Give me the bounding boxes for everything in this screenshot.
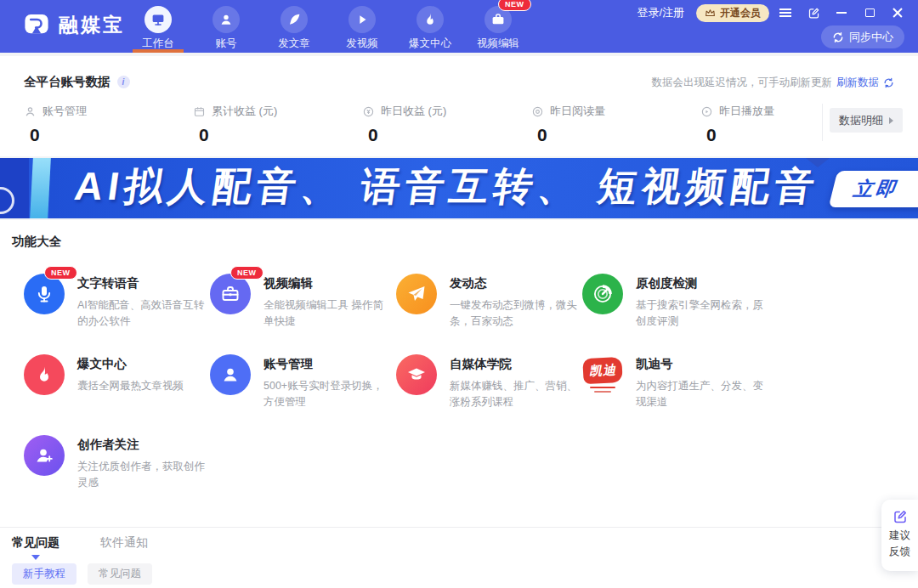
feedback-edit-button[interactable] bbox=[802, 1, 825, 25]
feedback-label: 建议反馈 bbox=[889, 528, 910, 561]
nav-item-account[interactable]: 账号 bbox=[192, 0, 260, 53]
app-logo: 融媒宝 bbox=[22, 10, 125, 39]
user-icon bbox=[24, 105, 37, 118]
stat-value: 0 bbox=[30, 125, 193, 145]
nav-item-post-article[interactable]: 发文章 bbox=[260, 0, 328, 53]
user-plus-icon bbox=[24, 435, 65, 476]
new-badge: NEW bbox=[498, 0, 531, 11]
stats-title: 全平台账号数据 bbox=[24, 74, 110, 90]
banner-headline: AI拟人配音、 语音互转、 短视频配音 bbox=[71, 161, 823, 213]
faq-pill-row: 新手教程 常见问题 bbox=[12, 563, 152, 585]
stats-delay-notice: 数据会出现延迟情况，可手动刷新更新 bbox=[652, 76, 833, 90]
features-section-title: 功能大全 bbox=[12, 234, 61, 250]
account-stats-panel: 全平台账号数据 i 数据会出现延迟情况，可手动刷新更新 刷新数据 账号管理 0 bbox=[0, 56, 918, 156]
nav-item-workbench[interactable]: 工作台 bbox=[124, 0, 192, 53]
nav-item-hot-center[interactable]: 爆文中心 bbox=[396, 0, 464, 53]
logo-icon bbox=[22, 10, 51, 39]
paper-plane-icon bbox=[396, 274, 437, 314]
feature-originality-check[interactable]: 原创度检测 基于搜索引擎全网检索，原创度评测 bbox=[582, 265, 768, 346]
faq-button[interactable]: 常见问题 bbox=[88, 563, 152, 585]
feature-account-manage[interactable]: 账号管理 500+账号实时登录切换，方便管理 bbox=[210, 346, 396, 427]
user-icon bbox=[210, 354, 251, 395]
stat-total-income: 累计收益 (元) 0 bbox=[193, 104, 362, 145]
divider bbox=[0, 527, 918, 528]
stat-yesterday-income: 昨日收益 (元) 0 bbox=[362, 104, 531, 145]
banner-prev-slide-edge bbox=[0, 158, 29, 218]
flame-icon bbox=[416, 6, 444, 33]
feature-kaidi[interactable]: 凯迪 凯迪号 为内容打通生产、分发、变现渠道 bbox=[582, 346, 768, 427]
stat-value: 0 bbox=[537, 125, 700, 145]
tab-faq[interactable]: 常见问题 bbox=[12, 535, 60, 551]
user-icon bbox=[212, 6, 240, 33]
play-icon bbox=[348, 6, 376, 33]
toolbox-icon: NEW bbox=[210, 274, 251, 314]
feature-hot-center[interactable]: 爆文中心 囊括全网最热文章视频 bbox=[24, 346, 210, 427]
vip-button[interactable]: 开通会员 bbox=[696, 4, 769, 22]
refresh-data-link[interactable]: 刷新数据 bbox=[836, 76, 879, 90]
gauge-icon bbox=[582, 274, 623, 314]
reads-icon bbox=[531, 105, 544, 118]
app-window: 融媒宝 工作台 账号 发文章 bbox=[0, 0, 918, 588]
app-title: 融媒宝 bbox=[59, 12, 125, 38]
close-button[interactable] bbox=[886, 1, 910, 25]
stats-row: 账号管理 0 累计收益 (元) 0 昨日收益 (元) 0 bbox=[24, 104, 870, 145]
minimize-icon bbox=[836, 12, 847, 14]
feature-grid: NEW 文字转语音 AI智能配音、高效语音互转的办公软件 NEW 视频编辑 全能… bbox=[24, 265, 768, 507]
feature-tts[interactable]: NEW 文字转语音 AI智能配音、高效语音互转的办公软件 bbox=[24, 265, 210, 346]
window-controls: 登录/注册 开通会员 bbox=[637, 0, 910, 25]
kaidi-logo: 凯迪 bbox=[582, 354, 623, 395]
sync-icon bbox=[832, 31, 844, 43]
crown-icon bbox=[705, 8, 716, 18]
stat-value: 0 bbox=[199, 125, 362, 145]
feature-post-moments[interactable]: 发动态 一键发布动态到微博，微头条，百家动态 bbox=[396, 265, 582, 346]
main-content: 功能大全 NEW 文字转语音 AI智能配音、高效语音互转的办公软件 NEW bbox=[0, 220, 918, 588]
data-detail-button[interactable]: 数据明细 bbox=[830, 108, 903, 133]
feedback-float-button[interactable]: 建议反馈 bbox=[881, 500, 918, 571]
flame-icon bbox=[24, 354, 65, 395]
maximize-icon bbox=[865, 8, 875, 17]
divider bbox=[822, 104, 823, 141]
nav-item-video-edit[interactable]: NEW 视频编辑 bbox=[464, 0, 532, 53]
stat-value: 0 bbox=[368, 125, 531, 145]
maximize-button[interactable] bbox=[858, 1, 881, 25]
main-nav: 工作台 账号 发文章 发视频 bbox=[124, 0, 532, 53]
feature-media-academy[interactable]: 自媒体学院 新媒体赚钱、推广、营销、涨粉系列课程 bbox=[396, 346, 582, 427]
minimize-button[interactable] bbox=[830, 1, 853, 25]
tab-software-notice[interactable]: 软件通知 bbox=[100, 535, 148, 551]
faq-tabs: 常见问题 软件通知 bbox=[12, 535, 148, 551]
edit-icon bbox=[892, 509, 908, 524]
beginner-tutorial-button[interactable]: 新手教程 bbox=[12, 563, 76, 585]
nav-item-post-video[interactable]: 发视频 bbox=[328, 0, 396, 53]
promo-banner[interactable]: AI拟人配音、 语音互转、 短视频配音 立即 bbox=[0, 158, 918, 218]
feature-creator-follow[interactable]: 创作者关注 关注优质创作者，获取创作灵感 bbox=[24, 427, 210, 507]
stat-account-manage: 账号管理 0 bbox=[24, 104, 193, 145]
login-register-link[interactable]: 登录/注册 bbox=[637, 5, 684, 20]
feather-icon bbox=[280, 6, 308, 33]
new-badge: NEW bbox=[44, 266, 77, 280]
monitor-icon bbox=[144, 6, 172, 33]
edit-icon bbox=[808, 7, 820, 20]
refresh-icon[interactable] bbox=[883, 77, 894, 88]
calendar-icon bbox=[193, 105, 206, 118]
banner-cta-button[interactable]: 立即 bbox=[829, 171, 918, 207]
menu-button[interactable] bbox=[774, 1, 797, 25]
coin-icon bbox=[362, 105, 375, 118]
sync-center-button[interactable]: 同步中心 bbox=[821, 25, 904, 48]
title-bar: 融媒宝 工作台 账号 发文章 bbox=[0, 0, 918, 53]
info-icon[interactable]: i bbox=[117, 76, 130, 88]
close-icon bbox=[892, 8, 903, 18]
hamburger-icon bbox=[779, 8, 791, 17]
feature-video-edit[interactable]: NEW 视频编辑 全能视频编辑工具 操作简单快捷 bbox=[210, 265, 396, 346]
plays-icon bbox=[700, 105, 713, 118]
chevron-right-icon bbox=[889, 117, 893, 124]
stat-yesterday-reads: 昨日阅读量 0 bbox=[531, 104, 700, 145]
microphone-icon: NEW bbox=[24, 274, 65, 314]
new-badge: NEW bbox=[230, 266, 264, 280]
graduation-cap-icon bbox=[396, 354, 437, 395]
banner-accent-stripe bbox=[30, 158, 51, 218]
